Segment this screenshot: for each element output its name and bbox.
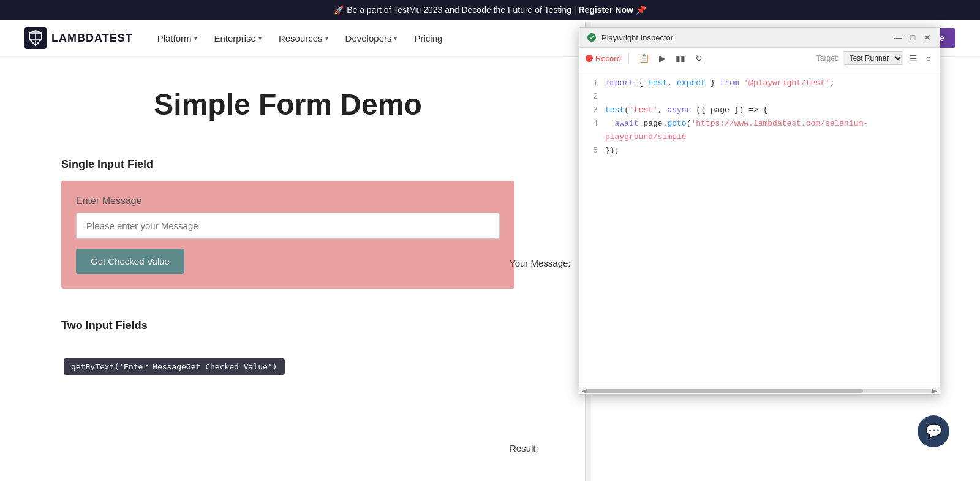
get-checked-value-button[interactable]: Get Checked Value bbox=[76, 249, 184, 274]
target-label: Target: bbox=[816, 54, 839, 62]
result-label: Result: bbox=[510, 443, 538, 453]
logo-text: LAMBDATEST bbox=[51, 32, 133, 45]
banner-cta[interactable]: Register Now bbox=[578, 5, 633, 15]
play-button[interactable]: ▶ bbox=[657, 52, 668, 64]
chevron-down-icon: ▾ bbox=[394, 35, 397, 42]
nav-resources[interactable]: Resources ▾ bbox=[279, 33, 328, 44]
theme-toggle-button[interactable]: ○ bbox=[924, 52, 933, 64]
message-input[interactable] bbox=[76, 213, 500, 239]
nav-platform[interactable]: Platform ▾ bbox=[157, 33, 197, 44]
nav-resources-label: Resources bbox=[279, 33, 323, 44]
copy-button[interactable]: 📋 bbox=[636, 52, 652, 64]
inspector-toolbar: Record 📋 ▶ ▮▮ ↻ Target: Test Runner ☰ ○ bbox=[579, 48, 940, 69]
target-select[interactable]: Test Runner bbox=[843, 51, 903, 65]
code-line-4: 4 await page.goto('https://www.lambdates… bbox=[589, 117, 930, 144]
record-button[interactable]: Record bbox=[586, 54, 621, 63]
inspector-scrollbar[interactable]: ◀ ▶ bbox=[579, 387, 940, 394]
top-banner: 🚀 Be a part of TestMu 2023 and Decode th… bbox=[0, 0, 980, 20]
page-title: Simple Form Demo bbox=[61, 88, 514, 121]
selector-tooltip: getByText('Enter MessageGet Checked Valu… bbox=[64, 358, 285, 375]
two-input-label: Two Input Fields bbox=[61, 319, 514, 332]
form-field-label: Enter Message bbox=[76, 195, 500, 206]
pause-button[interactable]: ▮▮ bbox=[673, 52, 688, 64]
main-content: Simple Form Demo Single Input Field Ente… bbox=[0, 57, 576, 467]
code-line-2: 2 bbox=[589, 90, 930, 104]
banner-cta-suffix: 📌 bbox=[636, 5, 646, 15]
scroll-left-icon: ◀ bbox=[582, 387, 587, 394]
refresh-button[interactable]: ↻ bbox=[693, 52, 705, 64]
code-line-1: 1 import { test, expect } from '@playwri… bbox=[589, 77, 930, 90]
scrollbar-track bbox=[587, 389, 932, 393]
your-message-label: Your Message: bbox=[510, 258, 571, 268]
chat-button[interactable]: 💬 bbox=[918, 415, 949, 447]
target-options-button[interactable]: ☰ bbox=[907, 52, 920, 64]
single-input-label: Single Input Field bbox=[61, 158, 514, 171]
chevron-down-icon: ▾ bbox=[325, 35, 328, 42]
nav-developers-label: Developers bbox=[345, 33, 392, 44]
nav-enterprise[interactable]: Enterprise ▾ bbox=[214, 33, 262, 44]
scroll-right-icon: ▶ bbox=[932, 387, 937, 394]
logo-icon bbox=[24, 27, 47, 49]
inspector-code[interactable]: 1 import { test, expect } from '@playwri… bbox=[579, 69, 940, 387]
inspector-title: Playwright Inspector bbox=[601, 33, 888, 42]
record-label: Record bbox=[595, 54, 621, 63]
record-icon bbox=[586, 55, 593, 62]
playwright-inspector: Playwright Inspector — □ ✕ Record 📋 ▶ ▮▮… bbox=[579, 27, 940, 395]
toolbar-separator bbox=[628, 53, 629, 64]
scrollbar-thumb bbox=[587, 389, 863, 393]
close-button[interactable]: ✕ bbox=[922, 32, 932, 42]
nav-pricing[interactable]: Pricing bbox=[414, 33, 442, 44]
logo-area[interactable]: LAMBDATEST bbox=[24, 27, 133, 49]
minimize-button[interactable]: — bbox=[893, 32, 903, 42]
playwright-icon bbox=[587, 32, 597, 42]
nav-enterprise-label: Enterprise bbox=[214, 33, 256, 44]
single-input-form: Enter Message Get Checked Value bbox=[61, 181, 514, 289]
inspector-titlebar: Playwright Inspector — □ ✕ bbox=[579, 28, 940, 48]
nav-pricing-label: Pricing bbox=[414, 33, 442, 44]
target-section: Target: Test Runner ☰ ○ bbox=[816, 51, 933, 65]
maximize-button[interactable]: □ bbox=[908, 32, 918, 42]
chevron-down-icon: ▾ bbox=[194, 35, 197, 42]
nav-developers[interactable]: Developers ▾ bbox=[345, 33, 398, 44]
chat-icon: 💬 bbox=[925, 423, 942, 439]
nav-platform-label: Platform bbox=[157, 33, 192, 44]
banner-text: 🚀 Be a part of TestMu 2023 and Decode th… bbox=[334, 5, 576, 15]
tooltip-text: getByText('Enter MessageGet Checked Valu… bbox=[71, 362, 277, 371]
code-line-5: 5 }); bbox=[589, 144, 930, 157]
code-line-3: 3 test('test', async ({ page }) => { bbox=[589, 104, 930, 117]
chevron-down-icon: ▾ bbox=[258, 35, 262, 42]
